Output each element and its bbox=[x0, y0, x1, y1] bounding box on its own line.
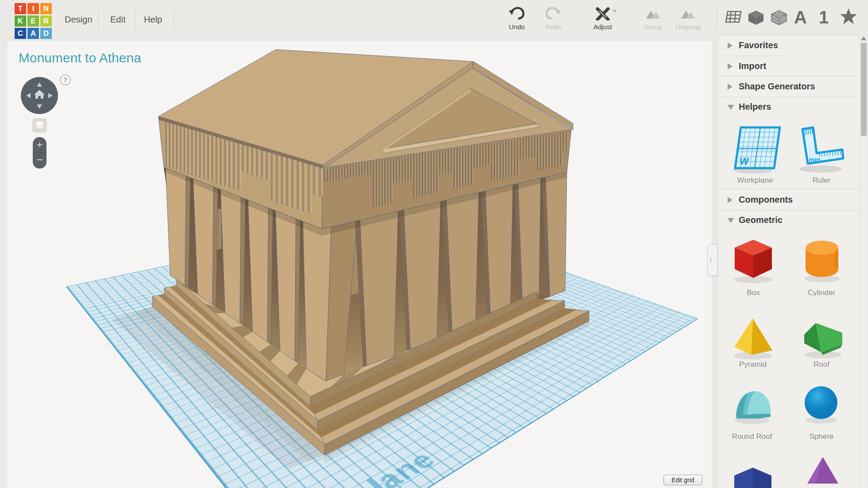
svg-text:mm: mm bbox=[809, 156, 821, 163]
svg-text:W: W bbox=[739, 156, 749, 167]
